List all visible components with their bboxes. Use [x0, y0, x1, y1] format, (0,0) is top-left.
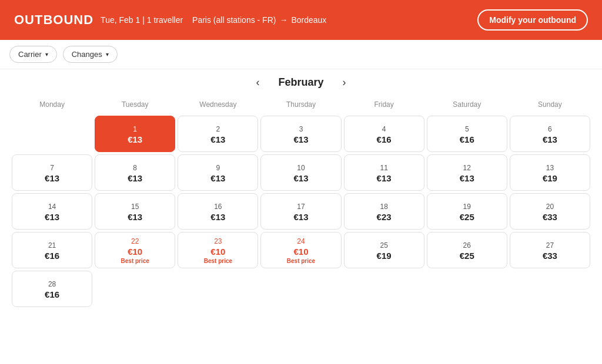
day-num: 12 [463, 164, 471, 172]
arrow-icon: → [279, 15, 287, 25]
trip-meta: Tue, Feb 1 | 1 traveller [101, 15, 183, 25]
changes-filter-label: Changes [72, 50, 102, 59]
day-cell-8[interactable]: 8 €13 [95, 154, 175, 191]
day-cell-13[interactable]: 13 €19 [510, 154, 590, 191]
day-num: 21 [48, 241, 56, 250]
empty-cell [178, 271, 258, 307]
day-num: 25 [380, 241, 387, 250]
day-num: 14 [48, 203, 56, 211]
day-header-thu: Thursday [260, 98, 341, 113]
day-price: €16 [377, 134, 392, 144]
calendar-grid: Monday Tuesday Wednesday Thursday Friday… [12, 98, 590, 307]
header: OUTBOUND Tue, Feb 1 | 1 traveller Paris … [0, 0, 602, 40]
best-price-label: Best price [121, 258, 149, 264]
day-price: €19 [543, 173, 557, 183]
day-price: €33 [543, 212, 557, 222]
month-nav: ‹ February › [12, 75, 590, 90]
day-price: €13 [128, 134, 142, 144]
day-price: €13 [377, 173, 392, 183]
day-num: 26 [463, 241, 471, 250]
header-meta: Tue, Feb 1 | 1 traveller Paris (all stat… [101, 15, 326, 25]
day-header-tue: Tuesday [95, 98, 175, 113]
day-num: 22 [131, 237, 139, 245]
day-num: 6 [548, 125, 552, 133]
day-cell-9[interactable]: 9 €13 [178, 154, 258, 191]
day-num: 27 [546, 241, 554, 250]
day-cell-11[interactable]: 11 €13 [344, 154, 424, 191]
day-cell-1[interactable]: 1 €13 [95, 116, 175, 152]
day-num: 10 [297, 164, 305, 172]
day-cell-12[interactable]: 12 €13 [427, 154, 507, 191]
day-cell-15[interactable]: 15 €13 [95, 193, 175, 230]
day-num: 7 [50, 164, 54, 172]
header-left: OUTBOUND Tue, Feb 1 | 1 traveller Paris … [14, 12, 477, 28]
changes-chevron-icon: ▾ [106, 51, 109, 58]
day-cell-26[interactable]: 26 €25 [427, 232, 507, 268]
month-title: February [278, 76, 323, 89]
day-num: 8 [133, 164, 137, 172]
day-price: €16 [45, 251, 59, 261]
best-price-label: Best price [287, 258, 315, 264]
day-price: €23 [377, 212, 392, 222]
day-cell-21[interactable]: 21 €16 [12, 232, 92, 268]
day-header-sun: Sunday [510, 98, 590, 113]
empty-cell [510, 271, 590, 307]
day-price: €13 [293, 212, 308, 222]
day-cell-20[interactable]: 20 €33 [510, 193, 590, 230]
best-price-label: Best price [204, 258, 232, 264]
day-cell-17[interactable]: 17 €13 [260, 193, 341, 230]
day-num: 5 [465, 125, 469, 133]
day-price: €25 [460, 251, 474, 261]
day-cell-19[interactable]: 19 €25 [427, 193, 507, 230]
day-cell-5[interactable]: 5 €16 [427, 116, 507, 152]
day-cell-3[interactable]: 3 €13 [260, 116, 341, 152]
day-cell-23[interactable]: 23 €10 Best price [178, 232, 258, 268]
day-price: €10 [128, 247, 142, 257]
empty-cell [344, 271, 424, 307]
day-num: 19 [463, 203, 471, 211]
day-cell-2[interactable]: 2 €13 [178, 116, 258, 152]
day-num: 4 [382, 125, 386, 133]
day-price: €13 [460, 173, 474, 183]
day-cell-27[interactable]: 27 €33 [510, 232, 590, 268]
day-cell-10[interactable]: 10 €13 [260, 154, 341, 191]
empty-cell [260, 271, 341, 307]
day-num: 3 [299, 125, 303, 133]
day-price: €13 [293, 173, 308, 183]
day-header-mon: Monday [12, 98, 92, 113]
day-num: 16 [214, 203, 222, 211]
empty-cell [95, 271, 175, 307]
day-cell-7[interactable]: 7 €13 [12, 154, 92, 191]
day-price: €13 [210, 212, 225, 222]
day-num: 24 [297, 237, 305, 245]
day-cell-22[interactable]: 22 €10 Best price [95, 232, 175, 268]
day-num: 18 [380, 203, 387, 211]
day-price: €13 [293, 134, 308, 144]
modify-outbound-button[interactable]: Modify your outbound [477, 9, 588, 31]
day-cell-6[interactable]: 6 €13 [510, 116, 590, 152]
day-price: €13 [210, 134, 225, 144]
prev-month-button[interactable]: ‹ [251, 75, 264, 90]
day-price: €33 [543, 251, 557, 261]
day-price: €13 [210, 173, 225, 183]
day-price: €13 [128, 212, 142, 222]
day-cell-16[interactable]: 16 €13 [178, 193, 258, 230]
day-cell-4[interactable]: 4 €16 [344, 116, 424, 152]
day-num: 1 [133, 125, 137, 133]
empty-cell [12, 116, 92, 152]
day-price: €19 [377, 251, 392, 261]
day-cell-14[interactable]: 14 €13 [12, 193, 92, 230]
day-cell-24[interactable]: 24 €10 Best price [260, 232, 341, 268]
day-price: €13 [128, 173, 142, 183]
carrier-filter-label: Carrier [18, 50, 42, 59]
day-cell-18[interactable]: 18 €23 [344, 193, 424, 230]
day-cell-28[interactable]: 28 €16 [12, 271, 92, 307]
day-price: €13 [543, 134, 557, 144]
day-price: €25 [460, 212, 474, 222]
carrier-filter-button[interactable]: Carrier ▾ [9, 46, 57, 63]
next-month-button[interactable]: › [338, 75, 351, 90]
day-header-fri: Friday [344, 98, 424, 113]
changes-filter-button[interactable]: Changes ▾ [63, 46, 118, 63]
day-num: 20 [546, 203, 554, 211]
day-cell-25[interactable]: 25 €19 [344, 232, 424, 268]
